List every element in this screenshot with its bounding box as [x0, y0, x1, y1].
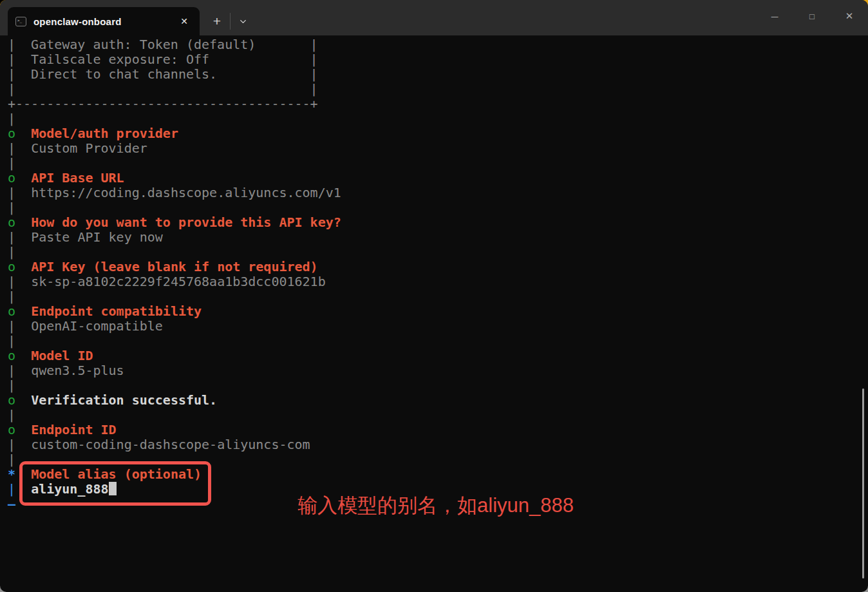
terminal-line: | qwen3.5-plus — [8, 363, 868, 378]
terminal-line: | — [8, 378, 868, 393]
terminal-line: o API Key (leave blank if not required) — [8, 260, 868, 274]
text-segment: o — [8, 422, 15, 437]
text-segment: | — [8, 363, 15, 378]
text-segment: | — [8, 111, 15, 126]
text-segment: | — [8, 377, 15, 393]
scrollbar-thumb[interactable] — [862, 388, 864, 578]
tab-openclaw-onboard[interactable]: >_ openclaw-onboard ✕ — [8, 7, 200, 35]
terminal-line: | Gateway auth: Token (default) | — [8, 37, 868, 52]
text-segment: o — [8, 259, 15, 274]
text-segment — [15, 392, 31, 408]
text-segment: * — [8, 466, 15, 482]
text-segment — [15, 140, 31, 156]
tab-close-icon[interactable]: ✕ — [176, 14, 192, 28]
terminal-line: o Model ID — [8, 349, 868, 363]
text-segment: o — [8, 303, 15, 319]
terminal-line: o API Base URL — [8, 171, 868, 186]
terminal-line: | sk-sp-a8102c2229f245768aa1b3dcc001621b — [8, 274, 868, 289]
terminal-line: o Verification successful. — [8, 393, 868, 408]
annotation-note: 输入模型的别名，如aliyun_888 — [297, 492, 574, 519]
terminal-line: | Custom Provider — [8, 141, 868, 156]
text-segment — [15, 126, 31, 141]
text-segment: | Tailscale exposure: Off | — [8, 52, 318, 67]
text-segment: Endpoint compatibility — [31, 303, 202, 319]
terminal-line: | — [8, 245, 868, 260]
terminal-line: +--------------------------------------+ — [8, 97, 868, 111]
text-segment: API Key (leave blank if not required) — [31, 259, 318, 274]
terminal-line: | — [8, 408, 868, 423]
title-bar[interactable]: >_ openclaw-onboard ✕ + ─ □ ✕ — [0, 0, 868, 35]
terminal-icon: >_ — [15, 17, 26, 26]
text-segment: | Gateway auth: Token (default) | — [8, 37, 318, 52]
terminal-line: | Paste API key now — [8, 230, 868, 245]
window-controls: ─ □ ✕ — [756, 0, 868, 32]
text-segment — [15, 215, 31, 230]
text-segment: | — [8, 244, 15, 260]
text-segment: | — [8, 437, 15, 452]
text-segment: +--------------------------------------+ — [8, 96, 318, 111]
text-segment: | — [8, 481, 15, 497]
text-segment — [15, 363, 31, 378]
text-segment: Endpoint ID — [31, 422, 116, 437]
text-segment: Paste API key now — [31, 229, 163, 245]
terminal-line: o How do you want to provide this API ke… — [8, 215, 868, 230]
text-segment: API Base URL — [31, 170, 124, 186]
terminal-line: | OpenAI-compatible — [8, 319, 868, 334]
tab-dropdown-button[interactable] — [232, 8, 254, 34]
text-segment: sk-sp-a8102c2229f245768aa1b3dcc001621b — [31, 274, 326, 289]
text-segment: Custom Provider — [31, 140, 147, 156]
text-segment — [15, 259, 31, 274]
text-segment: | — [8, 318, 15, 334]
new-tab-button[interactable]: + — [206, 8, 228, 34]
terminal-line: | — [8, 156, 868, 171]
chevron-down-icon — [238, 17, 248, 26]
text-segment: – — [8, 496, 15, 511]
text-segment: o — [8, 348, 15, 363]
terminal-line: o Model/auth provider — [8, 126, 868, 141]
text-segment: o — [8, 126, 15, 141]
terminal-line: | — [8, 111, 868, 126]
text-segment — [15, 348, 31, 363]
annotation-highlight-box — [19, 461, 211, 506]
terminal-line: o Endpoint compatibility — [8, 304, 868, 319]
terminal-line: | Direct to chat channels. | — [8, 67, 868, 82]
text-segment: | — [8, 200, 15, 215]
terminal-line: | https://coding.dashscope.aliyuncs.com/… — [8, 186, 868, 200]
text-segment: o — [8, 392, 15, 408]
text-segment: | — [8, 407, 15, 423]
text-segment — [15, 274, 31, 289]
text-segment — [15, 422, 31, 437]
text-segment — [15, 318, 31, 334]
terminal-line: | custom-coding-dashscope-aliyuncs-com — [8, 437, 868, 452]
text-segment: | — [8, 289, 15, 304]
terminal-window: >_ openclaw-onboard ✕ + ─ □ ✕ | Gateway … — [0, 0, 868, 592]
tab-title: openclaw-onboard — [33, 16, 122, 27]
text-segment — [15, 303, 31, 319]
text-segment: | — [8, 155, 15, 171]
text-segment: How do you want to provide this API key? — [31, 215, 341, 230]
text-segment: o — [8, 170, 15, 186]
text-segment: | — [8, 140, 15, 156]
text-segment: o — [8, 215, 15, 230]
text-segment: https://coding.dashscope.aliyuncs.com/v1 — [31, 185, 341, 200]
text-segment: | | — [8, 81, 318, 97]
text-segment: Verification successful. — [31, 392, 217, 408]
text-segment: Model/auth provider — [31, 126, 178, 141]
text-segment: | Direct to chat channels. | — [8, 66, 318, 82]
text-segment: custom-coding-dashscope-aliyuncs-com — [31, 437, 310, 452]
terminal-line: | — [8, 200, 868, 215]
terminal-line: | Tailscale exposure: Off | — [8, 52, 868, 67]
text-segment — [15, 185, 31, 200]
minimize-button[interactable]: ─ — [756, 0, 793, 32]
terminal-line: | — [8, 289, 868, 304]
text-segment: | — [8, 333, 15, 349]
terminal-line: | — [8, 334, 868, 349]
maximize-button[interactable]: □ — [793, 0, 831, 32]
text-segment: | — [8, 185, 15, 200]
text-segment: | — [8, 229, 15, 245]
text-segment: | — [8, 452, 15, 467]
text-segment — [15, 229, 31, 245]
text-segment — [15, 437, 31, 452]
close-button[interactable]: ✕ — [831, 0, 868, 32]
text-segment: Model ID — [31, 348, 93, 363]
